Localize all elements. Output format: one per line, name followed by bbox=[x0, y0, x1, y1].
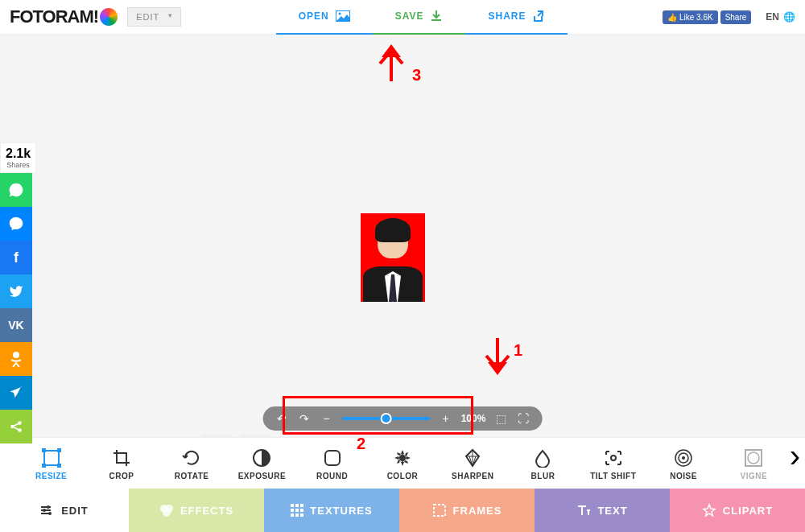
more-share-icon[interactable] bbox=[0, 410, 32, 443]
svg-rect-7 bbox=[42, 448, 46, 452]
odnoklassniki-icon[interactable] bbox=[0, 342, 32, 376]
tool-color[interactable]: COLOR bbox=[370, 447, 435, 480]
svg-rect-12 bbox=[325, 451, 340, 465]
tool-crop[interactable]: CROP bbox=[89, 447, 154, 480]
facebook-widget[interactable]: 👍 Like 3.6K Share bbox=[663, 10, 751, 24]
bottom-tabs: EDIT EFFECTS TEXTURES FRAMES TEXT CLIPAR… bbox=[0, 489, 805, 532]
noise-icon bbox=[674, 447, 693, 469]
svg-rect-8 bbox=[57, 448, 61, 452]
svg-rect-10 bbox=[57, 464, 61, 468]
exposure-icon bbox=[252, 447, 271, 469]
header: FOTORAM! EDIT OPEN SAVE SHARE 👍 Like 3.6… bbox=[0, 0, 805, 35]
share-button[interactable]: SHARE bbox=[465, 0, 568, 35]
svg-point-14 bbox=[611, 456, 616, 460]
image-icon bbox=[336, 10, 350, 22]
tool-resize[interactable]: RESIZE bbox=[19, 447, 84, 480]
svg-point-25 bbox=[163, 509, 171, 517]
zoom-in-button[interactable]: + bbox=[439, 411, 453, 426]
sharpen-icon bbox=[463, 447, 482, 469]
whatsapp-icon[interactable] bbox=[0, 173, 32, 207]
language-selector[interactable]: EN🌐 bbox=[766, 11, 795, 23]
tool-blur[interactable]: BLUR bbox=[510, 447, 575, 480]
share-count: 2.1kShares bbox=[0, 142, 36, 173]
zoom-slider[interactable] bbox=[342, 417, 431, 420]
svg-rect-28 bbox=[300, 504, 303, 507]
tiltshift-icon bbox=[604, 447, 623, 469]
svg-rect-33 bbox=[295, 513, 299, 517]
save-button[interactable]: SAVE bbox=[373, 0, 466, 35]
round-icon bbox=[323, 447, 342, 469]
tab-text[interactable]: TEXT bbox=[535, 489, 670, 532]
textures-icon bbox=[291, 504, 303, 517]
annotation-label-1: 1 bbox=[514, 341, 522, 360]
svg-rect-9 bbox=[42, 464, 46, 468]
svg-point-15 bbox=[682, 456, 685, 460]
annotation-label-2: 2 bbox=[357, 435, 365, 453]
tool-noise[interactable]: NOISE bbox=[651, 447, 716, 480]
effects-icon bbox=[159, 503, 174, 518]
svg-point-2 bbox=[13, 352, 19, 358]
zoom-percent: 100% bbox=[461, 413, 486, 424]
svg-point-20 bbox=[47, 505, 50, 509]
svg-rect-31 bbox=[300, 509, 303, 512]
svg-point-13 bbox=[399, 455, 406, 461]
zoom-out-button[interactable]: − bbox=[320, 411, 334, 426]
fit-button[interactable]: ⬚ bbox=[493, 411, 508, 426]
canvas-area: 2.1kShares f VK ↶ ↷ − + 100% ⬚ ⛶ ✕ ✓ WID… bbox=[0, 35, 805, 438]
vignette-icon bbox=[744, 447, 763, 469]
tab-edit[interactable]: EDIT bbox=[0, 489, 129, 532]
tool-round[interactable]: ROUND bbox=[300, 447, 365, 480]
resize-icon bbox=[41, 447, 62, 469]
telegram-icon[interactable] bbox=[0, 376, 32, 410]
tool-vignette[interactable]: VIGNE bbox=[721, 447, 786, 480]
svg-point-22 bbox=[48, 512, 52, 515]
download-icon bbox=[430, 10, 443, 23]
vk-icon[interactable]: VK bbox=[0, 308, 32, 342]
undo-button[interactable]: ↶ bbox=[275, 411, 289, 426]
tab-clipart[interactable]: CLIPART bbox=[670, 489, 805, 532]
logo-icon bbox=[100, 8, 118, 26]
logo[interactable]: FOTORAM! bbox=[10, 6, 118, 27]
social-sidebar: 2.1kShares f VK bbox=[0, 142, 36, 443]
fullscreen-button[interactable]: ⛶ bbox=[516, 411, 530, 426]
tool-sharpen[interactable]: SHARPEN bbox=[440, 447, 505, 480]
redo-button[interactable]: ↷ bbox=[297, 411, 312, 426]
tool-exposure[interactable]: EXPOSURE bbox=[229, 447, 294, 480]
svg-point-19 bbox=[748, 452, 759, 464]
zoom-toolbar: ↶ ↷ − + 100% ⬚ ⛶ bbox=[263, 406, 543, 431]
text-icon bbox=[576, 504, 591, 517]
svg-rect-34 bbox=[300, 513, 303, 517]
svg-rect-27 bbox=[295, 504, 299, 507]
share-icon bbox=[532, 10, 545, 23]
canvas-image[interactable] bbox=[361, 213, 425, 302]
crop-icon bbox=[112, 447, 131, 469]
tool-rotate[interactable]: ROTATE bbox=[159, 447, 224, 480]
svg-rect-32 bbox=[291, 513, 294, 517]
color-icon bbox=[393, 447, 412, 469]
mode-dropdown[interactable]: EDIT bbox=[127, 7, 181, 27]
frames-icon bbox=[432, 503, 447, 518]
edit-icon bbox=[40, 505, 55, 516]
tab-textures[interactable]: TEXTURES bbox=[264, 489, 399, 532]
open-button[interactable]: OPEN bbox=[276, 0, 373, 35]
annotation-label-3: 3 bbox=[412, 66, 421, 85]
svg-rect-35 bbox=[434, 505, 445, 516]
rotate-icon bbox=[182, 447, 201, 469]
svg-rect-26 bbox=[291, 504, 294, 507]
svg-point-1 bbox=[338, 13, 341, 15]
tools-next-button[interactable]: › bbox=[790, 438, 800, 474]
clipart-icon bbox=[702, 503, 716, 518]
globe-icon: 🌐 bbox=[783, 11, 795, 23]
tab-effects[interactable]: EFFECTS bbox=[129, 489, 264, 532]
tools-row: RESIZE CROP ROTATE EXPOSURE ROUND COLOR … bbox=[0, 437, 805, 489]
svg-rect-30 bbox=[295, 509, 299, 512]
twitter-icon[interactable] bbox=[0, 274, 32, 308]
svg-rect-29 bbox=[291, 509, 294, 512]
tool-tiltshift[interactable]: TILT SHIFT bbox=[581, 447, 646, 480]
facebook-icon[interactable]: f bbox=[0, 241, 32, 274]
messenger-icon[interactable] bbox=[0, 207, 32, 241]
svg-rect-6 bbox=[44, 451, 59, 465]
svg-point-21 bbox=[43, 509, 46, 512]
blur-icon bbox=[533, 447, 552, 469]
tab-frames[interactable]: FRAMES bbox=[399, 489, 535, 532]
